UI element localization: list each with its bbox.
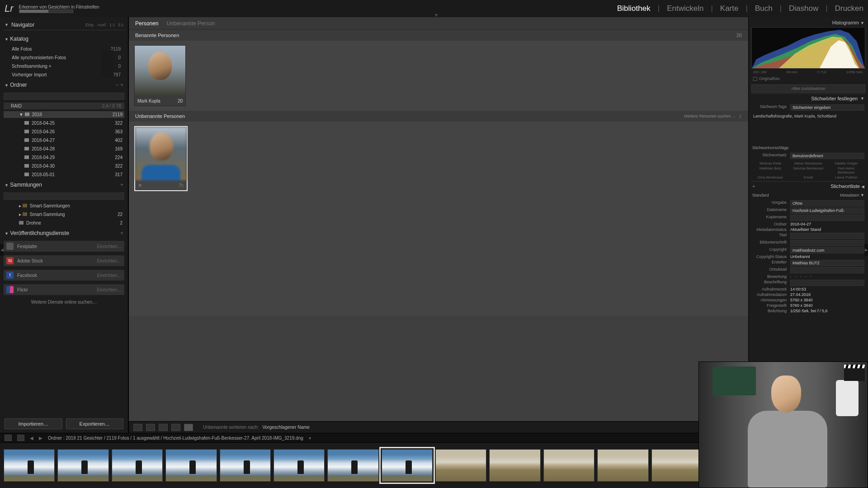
navigator-header[interactable]: ▼Navigator Einp. Ausf. 1:1 3:1 xyxy=(4,20,124,30)
collection-item[interactable]: Drohne2 xyxy=(4,220,124,226)
path-text[interactable]: Ordner : 2018 21 Gesichter / 2119 Fotos … xyxy=(48,436,303,441)
metadata-row[interactable]: Bildunterschrift xyxy=(751,239,865,247)
unnamed-face-tile[interactable]: ✕ ?↕ xyxy=(134,126,188,191)
catalog-header[interactable]: ▼ Katalog xyxy=(4,34,124,44)
module-map[interactable]: Karte xyxy=(720,4,739,13)
original-photo-checkbox[interactable]: Originalfoto xyxy=(751,75,865,82)
folder-item[interactable]: 2018-04-28169 xyxy=(4,145,124,152)
keyword-suggestion[interactable]: Sabrina Benkesser xyxy=(791,166,826,174)
publish-adobestock[interactable]: StAdobe StockEinrichten… xyxy=(4,255,124,266)
keyword-suggestions-header[interactable]: Stichwortvorschläge xyxy=(752,145,789,150)
topbar-collapse-icon[interactable]: ▼ xyxy=(434,13,439,18)
keyword-suggestion[interactable]: Matthias Butz xyxy=(753,166,788,174)
publish-flickr[interactable]: FlickrEinrichten… xyxy=(4,284,124,295)
publish-facebook[interactable]: fFacebookEinrichten… xyxy=(4,270,124,281)
metadata-row[interactable]: ErstellerMatthias BUTZ xyxy=(751,259,865,267)
keyword-suggestion[interactable]: Karl-Heinz Benkesser xyxy=(829,166,863,174)
nav-fill[interactable]: Ausf. xyxy=(97,23,107,27)
folder-item[interactable]: 2018-04-26363 xyxy=(4,128,124,135)
reset-all-button[interactable]: Alles zurücksetzen xyxy=(751,84,865,93)
module-library[interactable]: Bibliothek xyxy=(617,4,651,13)
sort-value[interactable]: Vorgeschlagener Name xyxy=(262,425,310,430)
filmstrip-thumb[interactable] xyxy=(112,449,163,482)
filmstrip-thumb[interactable] xyxy=(4,449,55,482)
reject-face-icon[interactable]: ✕ xyxy=(138,183,142,188)
nav-3to1[interactable]: 3:1 xyxy=(118,23,123,27)
module-print[interactable]: Drucken xyxy=(835,4,863,13)
named-people-header[interactable]: Benannte Personen 20 xyxy=(129,30,748,41)
keyword-suggestion[interactable]: Natalie Geiger xyxy=(829,161,863,165)
folder-item[interactable]: 2018-05-01317 xyxy=(4,171,124,178)
keyword-list-header[interactable]: +Stichwortliste ◀ xyxy=(751,181,865,191)
view-loupe-icon[interactable] xyxy=(146,424,155,431)
right-panel-toggle-icon[interactable]: ▶ xyxy=(864,244,868,256)
collection-item[interactable]: ▸ Smart-Sammlung22 xyxy=(4,211,124,218)
metadata-row[interactable]: Titel xyxy=(751,232,865,239)
keyword-suggestion[interactable]: Laura Politzer xyxy=(829,175,863,179)
folder-item[interactable]: 2018-04-30322 xyxy=(4,163,124,169)
filmstrip-thumb[interactable] xyxy=(274,449,325,482)
metadata-row[interactable]: Kopiename xyxy=(751,214,865,221)
nav-forward-icon[interactable]: ▶ xyxy=(39,436,42,441)
view-survey-icon[interactable] xyxy=(171,424,180,431)
keyword-mode-select[interactable]: Stichwörter eingeben xyxy=(790,104,864,111)
filmstrip-thumb[interactable] xyxy=(57,449,108,482)
breadcrumb-people[interactable]: Personen xyxy=(135,20,158,27)
keywording-header[interactable]: Stichwörter festlegen▼ xyxy=(751,94,865,103)
publish-find-more[interactable]: Weitere Dienste online suchen… xyxy=(4,298,124,306)
module-slideshow[interactable]: Diashow xyxy=(789,4,818,13)
folder-filter[interactable] xyxy=(4,93,124,100)
left-panel-toggle-icon[interactable]: ◀ xyxy=(0,244,4,256)
import-button[interactable]: Importieren… xyxy=(5,418,62,429)
folder-item[interactable]: 2018-04-29224 xyxy=(4,154,124,161)
person-tile[interactable]: Mark Kupla 20 xyxy=(134,45,186,106)
drive-row[interactable]: RAID 2,4 / 8 TB xyxy=(4,103,124,109)
metadata-row[interactable]: DateinameHochzeit-Ludwigshafen-Fuß-Benke… xyxy=(751,207,865,214)
filmstrip-thumb[interactable] xyxy=(435,449,486,482)
nav-1to1[interactable]: 1:1 xyxy=(109,23,115,27)
search-more-people[interactable]: Weitere Personen suchen … ❘ xyxy=(684,114,742,118)
folder-item[interactable]: 2018-04-27402 xyxy=(4,137,124,144)
keyword-suggestion[interactable]: Aileen Benkesser xyxy=(791,161,826,165)
collection-filter[interactable] xyxy=(4,192,124,200)
module-develop[interactable]: Entwickeln xyxy=(667,4,703,13)
keyword-suggestion[interactable]: Melissa Kiefa xyxy=(753,161,788,165)
view-people-icon[interactable] xyxy=(184,424,193,431)
name-face-input[interactable]: ?↕ xyxy=(179,183,184,188)
keywords-textarea[interactable]: Landschaftsfotografie, Mark Kupla, Schot… xyxy=(751,112,865,132)
histogram[interactable] xyxy=(751,27,865,69)
filmstrip-thumb[interactable] xyxy=(165,449,217,482)
metadata-row[interactable]: Beschriftung xyxy=(751,279,865,286)
filmstrip-thumb[interactable] xyxy=(382,449,433,482)
view-grid-icon[interactable] xyxy=(133,424,142,431)
filmstrip-thumb[interactable] xyxy=(327,449,378,482)
metadata-row[interactable]: Ortsdetail xyxy=(751,267,865,274)
disclosure-icon[interactable]: ▼ xyxy=(5,23,9,27)
unnamed-people-header[interactable]: Unbenannte Personen Weitere Personen suc… xyxy=(129,111,748,122)
filmstrip-thumb[interactable] xyxy=(220,449,271,482)
second-window-icon[interactable] xyxy=(5,435,12,441)
filmstrip-thumb[interactable] xyxy=(489,449,540,482)
folder-item[interactable]: 2018-04-25322 xyxy=(4,120,124,127)
keyword-entry[interactable] xyxy=(751,134,865,141)
keyword-set-select[interactable]: Benutzerdefiniert xyxy=(790,153,864,159)
filmstrip-thumb[interactable] xyxy=(651,449,703,482)
keyword-suggestion[interactable]: Gina Benkesser xyxy=(753,175,788,179)
publish-header[interactable]: ▼ Veröffentlichungsdienste+ xyxy=(4,228,124,238)
nav-back-icon[interactable]: ◀ xyxy=(30,436,33,441)
metadata-row[interactable]: VorgabeOhne xyxy=(751,200,865,207)
filmstrip-thumb[interactable] xyxy=(597,449,648,482)
breadcrumb-unnamed[interactable]: Unbenannte Person xyxy=(166,20,215,27)
export-button[interactable]: Exportieren… xyxy=(66,418,124,429)
collections-header[interactable]: ▼ Sammlungen+ xyxy=(4,180,124,190)
metadata-row[interactable]: Copyrightmatthiasbutz.com xyxy=(751,247,865,254)
keyword-suggestion[interactable]: Email xyxy=(791,175,826,179)
collection-item[interactable]: ▸ Smart-Sammlungen xyxy=(4,202,124,209)
filmstrip-thumb[interactable] xyxy=(543,449,594,482)
folder-year[interactable]: ▼ 20182119 xyxy=(4,111,124,118)
grid-small-icon[interactable] xyxy=(17,435,24,441)
module-book[interactable]: Buch xyxy=(755,4,773,13)
metadata-preset[interactable]: Standard xyxy=(752,193,769,197)
publish-harddrive[interactable]: FestplatteEinrichten… xyxy=(4,241,124,252)
folders-header[interactable]: ▼ Ordner − + xyxy=(4,80,124,90)
